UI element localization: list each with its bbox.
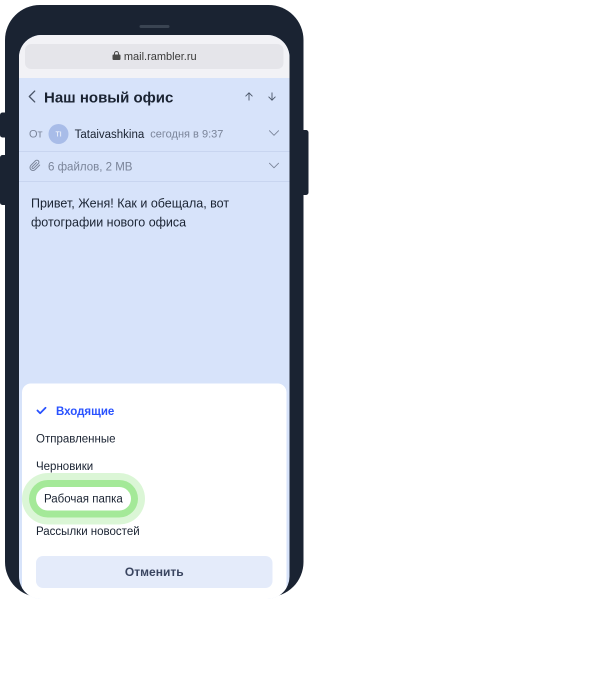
url-bar[interactable]: mail.rambler.ru: [25, 44, 284, 69]
mail-header: Наш новый офис: [19, 78, 290, 117]
check-icon: [36, 404, 49, 418]
phone-side-button: [0, 155, 5, 205]
phone-notch: [140, 25, 170, 28]
folder-option-sent[interactable]: Отправленные: [36, 425, 272, 452]
folder-option-drafts[interactable]: Черновики: [36, 452, 272, 480]
paperclip-icon: [29, 160, 41, 174]
lock-icon: [112, 50, 121, 62]
folder-label: Отправленные: [36, 432, 116, 446]
folder-label: Входящие: [56, 404, 114, 418]
email-subject: Наш новый офис: [44, 89, 236, 106]
avatar: TI: [48, 124, 68, 144]
chevron-down-icon[interactable]: [268, 130, 280, 138]
folder-option-inbox[interactable]: Входящие: [36, 398, 272, 425]
arrow-down-icon[interactable]: [264, 89, 280, 106]
email-body: Привет, Женя! Как и обещала, вот фотогра…: [19, 182, 290, 384]
attachments-info: 6 файлов, 2 MB: [48, 160, 262, 174]
cancel-button[interactable]: Отменить: [36, 556, 272, 588]
phone-side-button: [0, 112, 5, 138]
phone-frame: mail.rambler.ru Наш новый офис От TI Tat…: [5, 5, 304, 597]
arrow-up-icon[interactable]: [242, 89, 256, 106]
sender-name: Tataivashkina: [74, 128, 144, 141]
timestamp: сегодня в 9:37: [150, 128, 262, 140]
folder-label: Рабочая папка: [44, 492, 123, 506]
back-button[interactable]: [26, 90, 38, 105]
folder-option-work-highlighted[interactable]: Рабочая папка: [36, 487, 131, 510]
folder-picker-sheet: Входящие Отправленные Черновики Рабочая …: [22, 384, 286, 599]
chevron-down-icon[interactable]: [268, 162, 280, 171]
header-actions: [242, 89, 280, 106]
url-text: mail.rambler.ru: [124, 50, 196, 63]
from-row[interactable]: От TI Tataivashkina сегодня в 9:37: [19, 117, 290, 152]
browser-bar: mail.rambler.ru: [19, 35, 290, 78]
phone-side-button: [304, 130, 308, 195]
folder-label: Черновики: [36, 460, 93, 473]
folder-label: Рассылки новостей: [36, 524, 140, 538]
folder-option-newsletters[interactable]: Рассылки новостей: [36, 518, 272, 545]
phone-screen: mail.rambler.ru Наш новый офис От TI Tat…: [19, 35, 290, 599]
attachments-row[interactable]: 6 файлов, 2 MB: [19, 152, 290, 182]
from-label: От: [29, 128, 42, 140]
